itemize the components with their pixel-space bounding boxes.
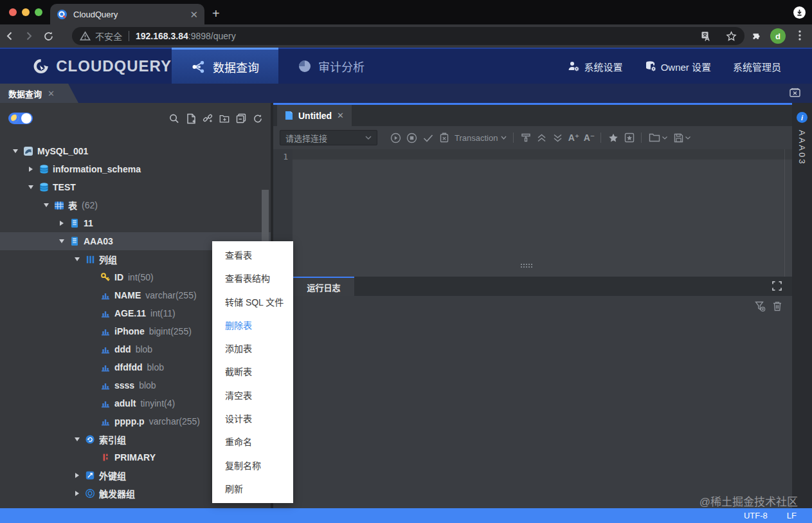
tab-close-icon[interactable]: ✕ [190,10,198,19]
log-panel-header: 运行日志 [273,277,792,296]
tree-label: iPhone [114,326,145,336]
caret-down-icon[interactable] [57,239,67,243]
tree-row-TEST[interactable]: TEST [0,178,271,196]
context-menu-item-刷新[interactable]: 刷新 [212,477,293,500]
clear-log-trash-icon[interactable] [773,301,782,312]
font-increase-button[interactable]: A⁺ [566,133,581,143]
context-menu-item-转储 SQL 文件[interactable]: 转储 SQL 文件 [212,291,293,314]
editor-tab-close-icon[interactable]: ✕ [337,111,344,120]
reload-icon[interactable] [39,31,58,42]
translate-icon[interactable] [701,31,712,42]
new-folder-icon[interactable] [219,112,230,125]
toolbar-divider [513,133,514,143]
workspace-tab-close-icon[interactable]: ✕ [48,89,55,98]
context-menu-item-清空表[interactable]: 清空表 [212,384,293,407]
tree-row-11[interactable]: 11 [0,214,271,232]
clear-filter-icon[interactable] [755,301,766,312]
expand-down-icon[interactable] [550,131,566,145]
browser-tab[interactable]: CloudQuery ✕ [50,4,204,24]
caret-down-icon[interactable] [26,185,36,189]
theme-toggle[interactable] [8,113,33,124]
share-nodes-icon [191,59,206,75]
commit-check-icon[interactable] [420,131,436,145]
editor-scrollbar-track[interactable] [784,149,785,277]
search-icon[interactable] [169,112,179,125]
context-menu-item-截断表[interactable]: 截断表 [212,360,293,383]
context-menu-item-重命名[interactable]: 重命名 [212,430,293,454]
security-label[interactable]: 不安全 [95,30,122,42]
transaction-label: Transaction [455,133,498,143]
back-icon[interactable] [0,30,19,42]
new-tab-button[interactable]: + [212,6,220,21]
save-dropdown[interactable] [670,131,694,145]
close-window-button[interactable] [9,8,17,16]
column-icon [100,398,111,408]
admin-user-menu[interactable]: 系统管理员 [733,60,781,73]
editor-tab-untitled[interactable]: Untitled ✕ [277,105,352,126]
rollback-icon[interactable] [436,131,452,145]
caret-right-icon[interactable] [72,473,82,478]
refresh-icon[interactable] [253,112,263,125]
header-right: 系统设置 Owner 设置 系统管理员 [568,49,812,84]
context-menu-item-设计表[interactable]: 设计表 [212,407,293,430]
nav-tab-data-query[interactable]: 数据查询 [172,48,278,84]
new-script-icon[interactable] [186,112,196,125]
zoom-window-button[interactable] [35,8,42,16]
run-icon[interactable] [388,131,404,145]
stop-icon[interactable] [404,131,420,145]
close-all-tabs-icon[interactable] [789,88,800,98]
owner-settings-button[interactable]: Owner 设置 [645,60,711,73]
browser-profile-avatar[interactable]: d [770,28,786,44]
forward-icon[interactable] [19,30,39,42]
minimize-window-button[interactable] [22,8,30,16]
info-icon[interactable]: i [797,112,807,123]
address-bar[interactable]: 不安全 192.168.3.84 :9898/query [72,27,744,45]
workspace-tab-data-query[interactable]: 数据查询 ✕ [0,84,78,103]
download-indicator-icon[interactable] [793,6,806,19]
open-folder-dropdown[interactable] [645,131,670,145]
context-menu-item-删除表[interactable]: 删除表 [212,314,293,337]
cloudquery-logo-icon [33,53,48,80]
column-icon [100,308,111,318]
tree-column-type: blob [139,380,156,390]
caret-right-icon[interactable] [72,491,82,496]
screen: CloudQuery ✕ + 不安全 192.168.3.84 :9898/qu… [0,0,812,523]
collapse-all-icon[interactable] [236,112,246,125]
browser-menu-icon[interactable] [798,30,801,41]
context-menu-item-查看表[interactable]: 查看表 [212,244,293,267]
splitter-drag-handle[interactable] [521,264,534,269]
context-menu-item-复制名称[interactable]: 复制名称 [212,454,293,477]
fullscreen-expand-icon[interactable] [772,281,782,291]
caret-down-icon[interactable] [72,257,82,261]
caret-right-icon[interactable] [26,167,36,172]
font-decrease-button[interactable]: A⁻ [581,133,597,143]
caret-right-icon[interactable] [57,221,67,226]
tree-row-information_schema[interactable]: information_schema [0,160,271,178]
caret-down-icon[interactable] [41,203,51,207]
connection-select[interactable]: 请选择连接 [280,130,377,145]
log-tab-run-log[interactable]: 运行日志 [293,277,354,296]
add-connection-icon[interactable] [203,112,213,125]
connection-select-value: 请选择连接 [285,132,327,144]
browser-tab-title: CloudQuery [73,10,190,19]
collapse-up-icon[interactable] [534,131,550,145]
system-settings-button[interactable]: 系统设置 [568,60,623,73]
caret-down-icon[interactable] [72,437,82,441]
code-editor[interactable]: 1 [273,149,792,277]
bookmark-star-icon[interactable] [726,31,737,42]
sidebar-scrollbar[interactable] [262,190,269,244]
transaction-dropdown[interactable]: Transaction [455,133,507,143]
app-header: CLOUDQUERY 数据查询 审计分析 系统设置 [0,48,812,84]
format-icon[interactable] [518,131,534,145]
right-panel-strip: i AAA03 [792,103,812,508]
context-menu-item-查看表结构[interactable]: 查看表结构 [212,267,293,290]
context-menu-item-添加表[interactable]: 添加表 [212,337,293,360]
snippet-icon[interactable] [621,131,637,145]
right-panel-tab-aaa03[interactable]: AAA03 [797,130,807,165]
favorite-star-icon[interactable] [605,131,621,145]
extensions-puzzle-icon[interactable] [751,31,762,42]
caret-down-icon[interactable] [10,149,21,153]
tree-row-表[interactable]: 表(62) [0,196,271,214]
tree-row-MySQL_001[interactable]: MySQL_001 [0,142,271,160]
nav-tab-audit-analysis[interactable]: 审计分析 [278,49,384,84]
